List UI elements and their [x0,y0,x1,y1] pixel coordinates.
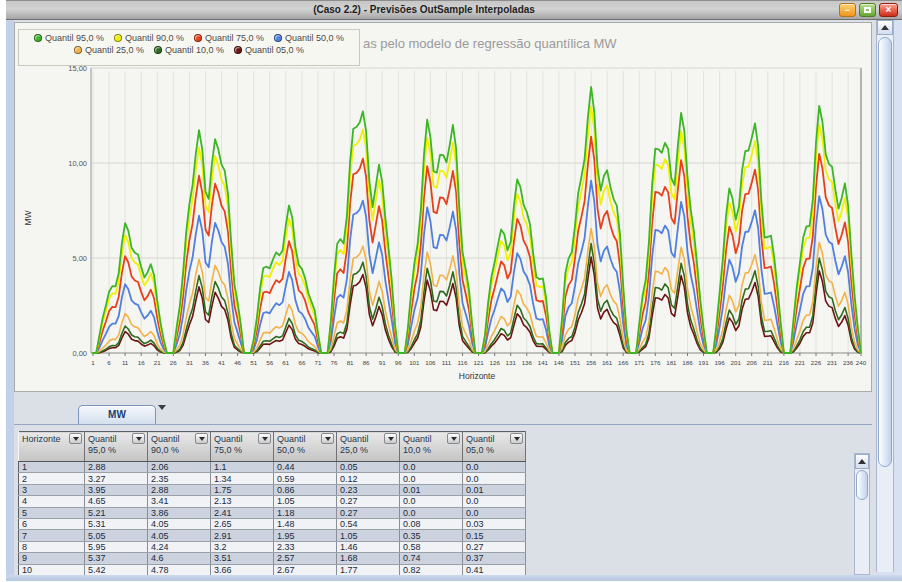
column-header[interactable]: Quantil 50,0 % [274,432,337,462]
close-button[interactable]: × [879,3,898,17]
table-cell[interactable]: 2.35 [148,473,211,484]
table-scrollbar-thumb[interactable] [856,470,868,500]
table-cell[interactable]: 10 [19,564,85,575]
table-cell[interactable]: 0.59 [274,473,337,484]
table-cell[interactable]: 0.08 [400,518,463,529]
table-cell[interactable]: 0.74 [400,553,463,564]
table-cell[interactable]: 0.54 [337,518,400,529]
table-cell[interactable]: 0.58 [400,541,463,552]
table-cell[interactable]: 1.95 [274,530,337,541]
table-cell[interactable]: 5.05 [85,530,148,541]
table-cell[interactable]: 8 [19,541,85,552]
table-cell[interactable]: 2.33 [274,541,337,552]
split-divider[interactable] [14,394,872,404]
table-cell[interactable]: 5.95 [85,541,148,552]
table-cell[interactable]: 4.6 [148,553,211,564]
column-header[interactable]: Horizonte [19,432,85,462]
column-sort-button[interactable] [258,433,271,444]
table-cell[interactable]: 0.27 [463,541,526,552]
table-cell[interactable]: 0.0 [463,473,526,484]
table-cell[interactable]: 0.86 [274,484,337,495]
table-cell[interactable]: 0.0 [463,507,526,518]
table-cell[interactable]: 3.41 [148,496,211,507]
window-scroll-up-button[interactable] [877,20,893,35]
table-cell[interactable]: 5.31 [85,518,148,529]
table-cell[interactable]: 3.66 [211,564,274,575]
table-cell[interactable]: 5.42 [85,564,148,575]
table-cell[interactable]: 0.0 [400,473,463,484]
table-cell[interactable]: 0.27 [337,496,400,507]
table-cell[interactable]: 5 [19,507,85,518]
table-cell[interactable]: 4.05 [148,530,211,541]
column-sort-button[interactable] [447,433,460,444]
table-cell[interactable]: 3.27 [85,473,148,484]
column-sort-button[interactable] [510,433,523,444]
table-cell[interactable]: 4.24 [148,541,211,552]
table-cell[interactable]: 0.01 [463,484,526,495]
table-cell[interactable]: 0.44 [274,462,337,473]
table-cell[interactable]: 6 [19,518,85,529]
table-cell[interactable]: 0.0 [463,462,526,473]
table-cell[interactable]: 4.78 [148,564,211,575]
table-cell[interactable]: 0.41 [463,564,526,575]
table-cell[interactable]: 1.1 [211,462,274,473]
table-cell[interactable]: 1.18 [274,507,337,518]
table-cell[interactable]: 2.41 [211,507,274,518]
restore-button[interactable] [859,3,876,17]
table-cell[interactable]: 0.37 [463,553,526,564]
table-cell[interactable]: 1.46 [337,541,400,552]
table-cell[interactable]: 7 [19,530,85,541]
table-cell[interactable]: 2.91 [211,530,274,541]
table-cell[interactable]: 1.77 [337,564,400,575]
table-scroll-up-button[interactable] [855,454,869,469]
table-cell[interactable]: 0.05 [337,462,400,473]
table-cell[interactable]: 2.06 [148,462,211,473]
table-cell[interactable]: 0.35 [400,530,463,541]
table-cell[interactable]: 3.51 [211,553,274,564]
table-cell[interactable]: 1.05 [337,530,400,541]
column-header[interactable]: Quantil 90,0 % [148,432,211,462]
column-header[interactable]: Quantil 25,0 % [337,432,400,462]
table-cell[interactable]: 2.65 [211,518,274,529]
window-titlebar[interactable]: (Caso 2.2) - Previsões OutSample Interpo… [6,0,902,20]
table-cell[interactable]: 3.95 [85,484,148,495]
table-cell[interactable]: 0.27 [337,507,400,518]
table-cell[interactable]: 2 [19,473,85,484]
table-cell[interactable]: 3 [19,484,85,495]
table-cell[interactable]: 0.82 [400,564,463,575]
window-scrollbar[interactable] [876,20,894,572]
splitter-collapse-up-button[interactable] [134,396,146,403]
table-cell[interactable]: 2.88 [85,462,148,473]
column-sort-button[interactable] [321,433,334,444]
table-cell[interactable]: 5.21 [85,507,148,518]
table-cell[interactable]: 0.12 [337,473,400,484]
tab-mw[interactable]: MW [78,405,156,424]
table-cell[interactable]: 0.0 [400,496,463,507]
table-cell[interactable]: 2.67 [274,564,337,575]
column-sort-button[interactable] [132,433,145,444]
column-sort-button[interactable] [195,433,208,444]
splitter-collapse-down-button[interactable] [158,396,170,403]
table-cell[interactable]: 1.68 [337,553,400,564]
table-cell[interactable]: 4 [19,496,85,507]
table-cell[interactable]: 0.01 [400,484,463,495]
column-sort-button[interactable] [69,433,82,444]
column-header[interactable]: Quantil 10,0 % [400,432,463,462]
column-sort-button[interactable] [384,433,397,444]
column-header[interactable]: Quantil 05,0 % [463,432,526,462]
table-cell[interactable]: 3.86 [148,507,211,518]
minimize-button[interactable]: − [839,3,856,17]
column-header[interactable]: Quantil 75,0 % [211,432,274,462]
table-cell[interactable]: 0.03 [463,518,526,529]
table-cell[interactable]: 1.05 [274,496,337,507]
table-cell[interactable]: 2.57 [274,553,337,564]
table-cell[interactable]: 1.75 [211,484,274,495]
column-header[interactable]: Quantil 95,0 % [85,432,148,462]
table-cell[interactable]: 1 [19,462,85,473]
table-cell[interactable]: 4.05 [148,518,211,529]
table-scrollbar[interactable] [854,453,870,575]
table-cell[interactable]: 4.65 [85,496,148,507]
table-cell[interactable]: 0.0 [400,462,463,473]
table-cell[interactable]: 0.23 [337,484,400,495]
table-cell[interactable]: 0.0 [400,507,463,518]
